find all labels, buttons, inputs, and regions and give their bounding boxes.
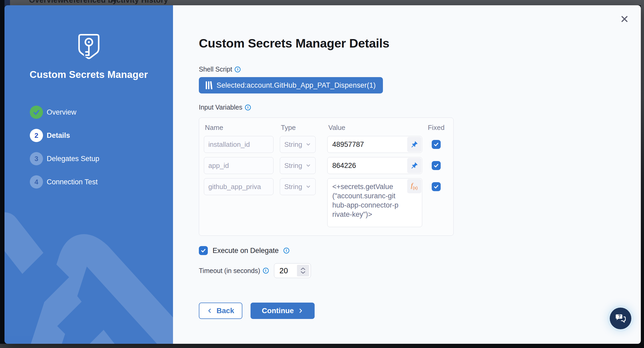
fixed-value-toggle[interactable]	[407, 158, 421, 173]
info-icon[interactable]	[283, 248, 289, 253]
fixed-checkbox[interactable]	[432, 140, 441, 149]
shell-script-label: Shell Script	[199, 65, 241, 73]
expression-toggle[interactable]: f(x)	[407, 179, 421, 193]
execute-on-delegate-checkbox[interactable]	[199, 246, 208, 255]
table-header-row: Name Type Value Fixed	[204, 124, 448, 132]
step-label: Details	[47, 131, 70, 140]
background-right-strip	[641, 0, 644, 348]
shield-key-icon	[73, 31, 105, 63]
expression-text: <+secrets.getValue("account.suranc-githu…	[332, 182, 399, 219]
check-icon	[200, 248, 206, 253]
chevron-down-icon	[300, 271, 306, 274]
chevron-left-icon	[207, 308, 213, 314]
variable-value-input[interactable]: 48957787	[327, 136, 422, 153]
info-icon[interactable]	[235, 67, 241, 72]
chevron-right-icon	[297, 308, 303, 314]
shell-script-template-chip[interactable]: Selected:account.GitHub_App_PAT_Dispense…	[199, 77, 383, 93]
chevron-up-icon	[300, 267, 306, 270]
chevron-down-icon	[305, 184, 311, 190]
variable-type-select[interactable]: String	[280, 136, 316, 153]
step-overview[interactable]: Overview	[30, 106, 99, 119]
step-label: Overview	[47, 108, 76, 116]
background-tab-bar: Overview Referenced by Activity History	[0, 0, 644, 5]
wizard-title: Custom Secrets Manager	[4, 69, 173, 80]
continue-button[interactable]: Continue	[251, 303, 315, 319]
step-number: 2	[30, 129, 43, 142]
timeout-row: Timeout (in seconds) 20	[199, 263, 311, 278]
table-row: installation_id String 48957787	[204, 136, 448, 153]
screen: Overview Referenced by Activity History	[0, 0, 644, 348]
column-header-fixed: Fixed	[424, 124, 448, 132]
dialog-title: Custom Secrets Manager Details	[199, 36, 389, 50]
input-variables-label: Input Variables	[199, 104, 251, 111]
timeout-label: Timeout (in seconds)	[199, 267, 269, 275]
background-tab-referenced-by[interactable]: Referenced by	[63, 0, 117, 4]
variable-type-select[interactable]: String	[280, 157, 316, 174]
column-header-value: Value	[327, 124, 422, 132]
template-library-icon	[205, 81, 213, 90]
step-details[interactable]: 2 Details	[30, 129, 99, 142]
step-delegates-setup[interactable]: 3 Delegates Setup	[30, 152, 99, 165]
check-icon	[433, 163, 439, 168]
dialog-content: Custom Secrets Manager Details Shell Scr…	[173, 5, 641, 344]
close-icon	[620, 15, 629, 23]
wizard-sidebar: Custom Secrets Manager Overview 2 Detail…	[4, 5, 173, 344]
info-icon[interactable]	[263, 268, 269, 274]
background-tab-overview[interactable]: Overview	[29, 0, 64, 4]
selected-template-text: Selected:account.GitHub_App_PAT_Dispense…	[217, 81, 376, 90]
footer-buttons: Back Continue	[199, 303, 315, 319]
table-row: app_id String 864226	[204, 157, 448, 174]
timeout-input[interactable]: 20	[274, 263, 311, 278]
chevron-down-icon	[305, 142, 311, 147]
step-number: 4	[30, 175, 43, 189]
variable-type-select[interactable]: String	[280, 178, 316, 195]
custom-secrets-manager-dialog: Custom Secrets Manager Overview 2 Detail…	[4, 5, 641, 344]
chevron-down-icon	[305, 163, 311, 168]
column-header-type: Type	[280, 124, 316, 132]
step-label: Connection Test	[47, 178, 98, 186]
check-icon	[433, 184, 439, 190]
step-connection-test[interactable]: 4 Connection Test	[30, 175, 99, 189]
background-bottom-strip	[0, 344, 644, 348]
variable-name-input[interactable]: installation_id	[204, 136, 273, 153]
input-variables-table: Name Type Value Fixed installation_id St…	[199, 117, 454, 236]
help-chat-icon: ?	[614, 312, 627, 325]
step-check-icon	[30, 106, 43, 119]
help-chat-button[interactable]: ?	[610, 308, 631, 329]
close-button[interactable]	[619, 13, 630, 25]
timeout-stepper[interactable]	[297, 265, 309, 276]
check-icon	[433, 142, 439, 147]
pin-icon	[410, 162, 418, 170]
fixed-value-toggle[interactable]	[407, 137, 421, 152]
background-left-strip	[0, 0, 4, 348]
info-icon[interactable]	[245, 105, 251, 110]
column-header-name: Name	[204, 124, 273, 132]
variable-value-expression-input[interactable]: <+secrets.getValue("account.suranc-githu…	[327, 178, 422, 227]
variable-name-input[interactable]: github_app_priva	[204, 178, 273, 195]
fx-expression-icon: f(x)	[411, 182, 418, 190]
background-tab-activity-history[interactable]: Activity History	[111, 0, 168, 4]
step-label: Delegates Setup	[47, 155, 99, 163]
pin-icon	[410, 140, 418, 148]
execute-on-delegate-label: Execute on Delegate	[213, 247, 279, 255]
fixed-checkbox[interactable]	[432, 182, 441, 191]
variable-name-input[interactable]: app_id	[204, 157, 273, 174]
wizard-steps: Overview 2 Details 3 Delegates Setup 4 C…	[30, 106, 99, 189]
back-button[interactable]: Back	[199, 303, 242, 319]
variable-value-input[interactable]: 864226	[327, 157, 422, 174]
table-row: github_app_priva String <+secrets.getVal…	[204, 178, 448, 227]
execute-on-delegate-row: Execute on Delegate	[199, 246, 289, 255]
step-number: 3	[30, 152, 43, 165]
svg-text:?: ?	[618, 314, 621, 319]
fixed-checkbox[interactable]	[432, 161, 441, 170]
